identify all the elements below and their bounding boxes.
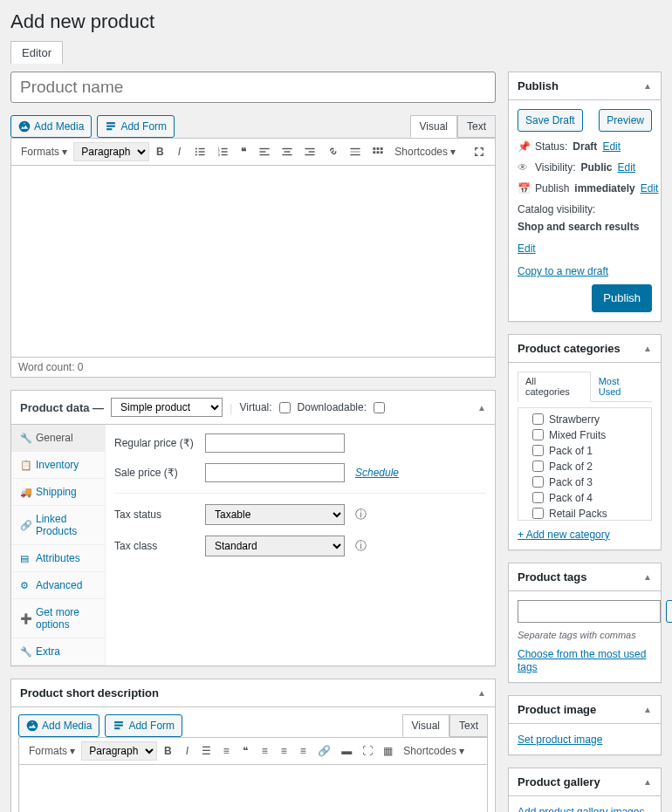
svg-rect-14: [222, 154, 228, 155]
link-icon[interactable]: [322, 143, 343, 160]
quote-icon[interactable]: ❝: [235, 143, 252, 160]
category-item[interactable]: Pack of 3: [522, 474, 648, 490]
bullet-list-icon[interactable]: ☰: [197, 742, 216, 760]
insert-more-icon[interactable]: ▬: [337, 742, 356, 760]
category-checkbox[interactable]: [532, 508, 544, 519]
category-checkbox[interactable]: [532, 461, 544, 472]
tag-input[interactable]: [518, 600, 661, 623]
downloadable-checkbox[interactable]: [374, 402, 385, 413]
align-center-icon[interactable]: [277, 143, 298, 160]
collapse-icon[interactable]: ▲: [643, 572, 652, 582]
align-right-icon[interactable]: ≡: [294, 742, 312, 760]
preview-button[interactable]: Preview: [599, 109, 652, 132]
category-item[interactable]: Strawberry: [522, 412, 648, 427]
italic-icon[interactable]: I: [178, 742, 195, 760]
category-checkbox[interactable]: [532, 413, 544, 425]
bold-icon[interactable]: B: [159, 742, 176, 760]
fullscreen-icon[interactable]: ⛶: [358, 742, 377, 760]
align-left-icon[interactable]: [254, 143, 275, 160]
choose-tags-link[interactable]: Choose from the most used tags: [518, 648, 646, 673]
add-form-button[interactable]: Add Form: [105, 714, 182, 737]
category-checkbox[interactable]: [532, 429, 544, 440]
category-item[interactable]: Retail Packs: [522, 506, 648, 521]
editor-mode-text[interactable]: Text: [457, 115, 496, 138]
regular-price-input[interactable]: [205, 433, 345, 453]
pd-tab-attributes[interactable]: ▤Attributes: [11, 545, 105, 572]
numbered-list-icon[interactable]: 123: [212, 143, 233, 160]
short-desc-textarea[interactable]: [18, 765, 488, 812]
pd-tab-advanced[interactable]: ⚙Advanced: [11, 572, 105, 599]
tax-status-select[interactable]: Taxable: [205, 504, 345, 525]
add-media-button[interactable]: Add Media: [18, 714, 99, 737]
category-list[interactable]: StrawberryMixed FruitsPack of 1Pack of 2…: [518, 407, 652, 521]
main-editor-textarea[interactable]: [10, 166, 496, 358]
numbered-list-icon[interactable]: ≡: [217, 742, 235, 760]
quote-icon[interactable]: ❝: [237, 742, 254, 760]
pd-tab-more[interactable]: ➕Get more options: [11, 599, 105, 638]
tax-class-select[interactable]: Standard: [205, 536, 345, 556]
toolbar-paragraph-select[interactable]: Paragraph: [73, 142, 149, 161]
editor-mode-visual[interactable]: Visual: [410, 115, 457, 138]
category-checkbox[interactable]: [532, 476, 544, 488]
editor-mode-text[interactable]: Text: [449, 714, 488, 737]
insert-more-icon[interactable]: [345, 143, 366, 160]
collapse-icon[interactable]: ▲: [643, 81, 652, 91]
edit-catalog-link[interactable]: Edit: [518, 242, 536, 255]
help-icon[interactable]: ⓘ: [355, 538, 367, 554]
pd-tab-extra[interactable]: 🔧Extra: [11, 638, 105, 665]
edit-visibility-link[interactable]: Edit: [617, 161, 635, 174]
save-draft-button[interactable]: Save Draft: [518, 109, 583, 132]
add-tag-button[interactable]: Add: [666, 600, 672, 623]
category-checkbox[interactable]: [532, 492, 544, 503]
collapse-icon[interactable]: ▲: [643, 777, 652, 787]
category-item[interactable]: Pack of 4: [522, 490, 648, 506]
virtual-checkbox[interactable]: [279, 402, 291, 413]
category-item[interactable]: Pack of 2: [522, 459, 648, 474]
product-name-input[interactable]: [10, 72, 496, 103]
pd-tab-general[interactable]: 🔧General: [11, 425, 105, 452]
cat-tab-used[interactable]: Most Used: [591, 372, 652, 401]
pd-tab-linked[interactable]: 🔗Linked Products: [11, 506, 105, 545]
help-icon[interactable]: ⓘ: [355, 507, 367, 522]
sale-price-input[interactable]: [205, 463, 345, 482]
svg-rect-17: [260, 154, 270, 155]
collapse-icon[interactable]: ▲: [477, 403, 486, 413]
edit-publish-link[interactable]: Edit: [641, 182, 659, 194]
pd-tab-inventory[interactable]: 📋Inventory: [11, 452, 105, 479]
publish-button[interactable]: Publish: [592, 284, 652, 312]
bold-icon[interactable]: B: [151, 143, 168, 160]
set-image-link[interactable]: Set product image: [518, 734, 602, 746]
collapse-icon[interactable]: ▲: [643, 344, 652, 353]
add-media-button[interactable]: Add Media: [10, 115, 92, 138]
align-center-icon[interactable]: ≡: [275, 742, 292, 760]
collapse-icon[interactable]: ▲: [643, 705, 652, 714]
toolbar-formats[interactable]: Formats ▾: [24, 742, 79, 760]
link-icon[interactable]: 🔗: [313, 742, 335, 760]
schedule-link[interactable]: Schedule: [355, 467, 399, 479]
toolbar-formats[interactable]: Formats ▾: [17, 143, 72, 160]
align-right-icon[interactable]: [299, 143, 320, 160]
tab-editor[interactable]: Editor: [10, 41, 63, 64]
align-left-icon[interactable]: ≡: [256, 742, 273, 760]
category-item[interactable]: Pack of 1: [522, 443, 648, 459]
bullet-list-icon[interactable]: [189, 143, 210, 160]
toolbar-shortcodes[interactable]: Shortcodes ▾: [399, 742, 469, 760]
add-form-button[interactable]: Add Form: [97, 115, 175, 138]
copy-draft-link[interactable]: Copy to a new draft: [518, 265, 608, 277]
cat-tab-all[interactable]: All categories: [518, 372, 591, 402]
fullscreen-icon[interactable]: [469, 143, 490, 160]
editor-mode-visual[interactable]: Visual: [402, 714, 449, 737]
toolbar-toggle-icon[interactable]: [367, 143, 388, 160]
category-checkbox[interactable]: [532, 445, 544, 456]
pd-tab-shipping[interactable]: 🚚Shipping: [11, 479, 105, 506]
category-item[interactable]: Mixed Fruits: [522, 427, 648, 443]
toolbar-paragraph-select[interactable]: Paragraph: [81, 741, 157, 761]
product-type-select[interactable]: Simple product: [111, 398, 223, 417]
italic-icon[interactable]: I: [170, 143, 188, 160]
collapse-icon[interactable]: ▲: [477, 688, 486, 698]
add-gallery-link[interactable]: Add product gallery images: [518, 806, 644, 813]
toolbar-shortcodes[interactable]: Shortcodes ▾: [390, 143, 460, 160]
toolbar-toggle-icon[interactable]: ▦: [379, 742, 397, 760]
edit-status-link[interactable]: Edit: [602, 140, 621, 153]
add-category-link[interactable]: + Add new category: [518, 529, 610, 541]
